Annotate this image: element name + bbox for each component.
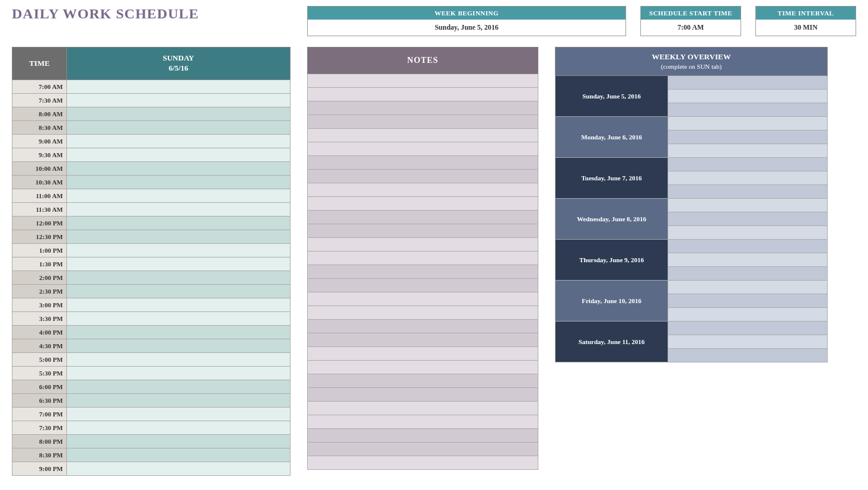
time-cell: 10:30 AM [12,175,67,189]
notes-cell[interactable] [308,361,538,374]
time-cell: 3:30 PM [12,311,67,325]
overview-value-cell[interactable] [668,131,828,144]
overview-value-cell[interactable] [668,199,828,212]
time-cell: 8:00 PM [12,434,67,448]
overview-value-cell[interactable] [668,267,828,281]
notes-cell[interactable] [308,170,538,183]
notes-cell[interactable] [308,265,538,279]
start-time-label: SCHEDULE START TIME [641,7,741,20]
overview-table: WEEKLY OVERVIEW (complete on SUN tab) Su… [555,47,828,362]
schedule-entry-cell[interactable] [67,462,291,475]
schedule-entry-cell[interactable] [67,107,291,120]
notes-cell[interactable] [308,306,538,320]
schedule-entry-cell[interactable] [67,380,291,393]
notes-cell[interactable] [308,211,538,224]
schedule-entry-cell[interactable] [67,298,291,311]
schedule-entry-cell[interactable] [67,175,291,189]
notes-cell[interactable] [308,429,538,443]
time-cell: 7:30 PM [12,421,67,434]
schedule-entry-cell[interactable] [67,257,291,271]
overview-value-cell[interactable] [668,308,828,322]
time-cell: 9:00 PM [12,462,67,475]
notes-cell[interactable] [308,456,538,470]
notes-cell[interactable] [308,197,538,211]
notes-cell[interactable] [308,183,538,197]
notes-cell[interactable] [308,443,538,456]
time-cell: 11:30 AM [12,202,67,216]
schedule-entry-cell[interactable] [67,161,291,175]
overview-value-cell[interactable] [668,158,828,171]
overview-value-cell[interactable] [668,294,828,308]
notes-cell[interactable] [308,347,538,361]
notes-cell[interactable] [308,320,538,333]
overview-value-cell[interactable] [668,144,828,158]
schedule-entry-cell[interactable] [67,93,291,107]
schedule-entry-cell[interactable] [67,271,291,284]
interval-box: TIME INTERVAL 30 MIN [755,6,856,36]
schedule-entry-cell[interactable] [67,352,291,366]
notes-cell[interactable] [308,279,538,292]
schedule-entry-cell[interactable] [67,79,291,93]
schedule-entry-cell[interactable] [67,434,291,448]
schedule-entry-cell[interactable] [67,148,291,161]
time-cell: 10:00 AM [12,161,67,175]
overview-value-cell[interactable] [668,322,828,335]
notes-cell[interactable] [308,115,538,129]
notes-table: NOTES [307,47,538,470]
overview-value-cell[interactable] [668,253,828,267]
notes-cell[interactable] [308,333,538,347]
start-time-box: SCHEDULE START TIME 7:00 AM [640,6,741,36]
overview-value-cell[interactable] [668,240,828,253]
schedule-entry-cell[interactable] [67,202,291,216]
schedule-entry-cell[interactable] [67,448,291,462]
notes-cell[interactable] [308,101,538,115]
schedule-entry-cell[interactable] [67,243,291,257]
overview-value-cell[interactable] [668,117,828,131]
notes-cell[interactable] [308,292,538,306]
schedule-entry-cell[interactable] [67,421,291,434]
overview-value-cell[interactable] [668,103,828,117]
overview-day-label: Tuesday, June 7, 2016 [556,158,668,199]
notes-cell[interactable] [308,142,538,156]
overview-value-cell[interactable] [668,349,828,362]
time-cell: 5:30 PM [12,366,67,380]
notes-cell[interactable] [308,252,538,265]
overview-value-cell[interactable] [668,212,828,226]
notes-cell[interactable] [308,388,538,402]
notes-cell[interactable] [308,224,538,238]
schedule-entry-cell[interactable] [67,407,291,421]
schedule-entry-cell[interactable] [67,311,291,325]
interval-label: TIME INTERVAL [756,7,856,20]
schedule-entry-cell[interactable] [67,134,291,148]
schedule-entry-cell[interactable] [67,120,291,134]
week-beginning-label: WEEK BEGINNING [308,7,626,20]
overview-value-cell[interactable] [668,335,828,349]
interval-value[interactable]: 30 MIN [756,20,856,36]
day-header-date: 6/5/16 [168,63,188,72]
schedule-entry-cell[interactable] [67,393,291,407]
schedule-entry-cell[interactable] [67,366,291,380]
notes-cell[interactable] [308,238,538,252]
start-time-value[interactable]: 7:00 AM [641,20,741,36]
overview-value-cell[interactable] [668,281,828,294]
overview-value-cell[interactable] [668,171,828,185]
schedule-entry-cell[interactable] [67,189,291,202]
notes-cell[interactable] [308,415,538,429]
notes-cell[interactable] [308,74,538,88]
overview-value-cell[interactable] [668,226,828,240]
schedule-entry-cell[interactable] [67,230,291,243]
schedule-entry-cell[interactable] [67,216,291,230]
schedule-entry-cell[interactable] [67,339,291,352]
notes-cell[interactable] [308,402,538,415]
overview-value-cell[interactable] [668,185,828,199]
notes-cell[interactable] [308,374,538,388]
notes-cell[interactable] [308,156,538,170]
overview-value-cell[interactable] [668,76,828,90]
notes-cell[interactable] [308,88,538,101]
notes-cell[interactable] [308,129,538,142]
week-beginning-value[interactable]: Sunday, June 5, 2016 [308,20,626,36]
schedule-entry-cell[interactable] [67,325,291,339]
overview-value-cell[interactable] [668,90,828,103]
overview-day-label: Sunday, June 5, 2016 [556,76,668,117]
schedule-entry-cell[interactable] [67,284,291,298]
